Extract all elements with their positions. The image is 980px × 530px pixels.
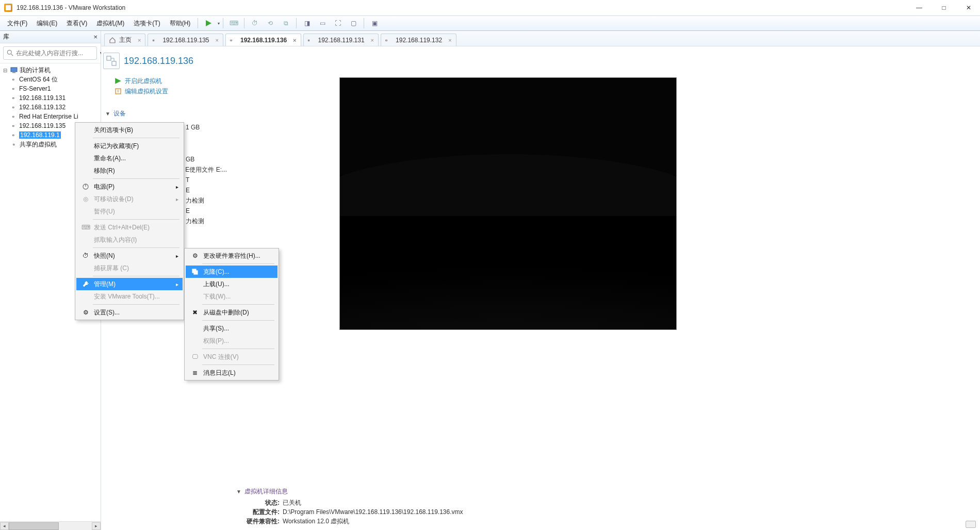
ctx-pause: 暂停(U) — [76, 205, 183, 218]
ctx-capture-screen: 捕获屏幕 (C) — [76, 262, 183, 274]
tab-home[interactable]: 主页 × — [104, 34, 145, 46]
search-input[interactable] — [16, 49, 93, 57]
ctx-mark-favorite[interactable]: 标记为收藏项(F) — [76, 140, 183, 152]
tab-strip: 主页 × ▫ 192.168.119.135 × ▫ 192.168.119.1… — [101, 31, 980, 46]
menu-view[interactable]: 查看(V) — [62, 17, 91, 30]
power-icon — [80, 182, 91, 191]
detail-state-value: 已关机 — [283, 499, 301, 507]
tree-item-vm[interactable]: ▫192.168.119.131 — [0, 93, 101, 103]
toolbar-snapshot-revert[interactable]: ⟲ — [263, 17, 277, 29]
separator — [364, 18, 364, 28]
log-icon: ≣ — [190, 368, 200, 377]
keyboard-icon: ⌨ — [80, 223, 91, 232]
delete-icon: ✖ — [190, 308, 200, 317]
ctx-send-cad: ⌨发送 Ctrl+Alt+Del(E) — [76, 221, 183, 234]
close-button[interactable]: ✕ — [963, 3, 974, 13]
svg-marker-9 — [115, 78, 121, 84]
sidebar-header: 库 × — [0, 31, 101, 43]
toolbar-view-console[interactable]: ▭ — [315, 17, 330, 29]
tab-vm[interactable]: ▫ 192.168.119.131 × — [303, 34, 379, 46]
ctx-delete-from-disk[interactable]: ✖从磁盘中删除(D) — [186, 306, 277, 319]
tab-vm[interactable]: ▫ 192.168.119.135 × — [148, 34, 223, 46]
toolbar-snapshot-take[interactable]: ⏱ — [248, 17, 262, 29]
vm-icon: ▫ — [9, 112, 18, 121]
collapse-icon[interactable] — [2, 142, 8, 147]
tree-item-vm[interactable]: ▫FS-Server1 — [0, 84, 101, 93]
separator — [93, 304, 179, 305]
svg-rect-3 — [11, 68, 17, 72]
power-on-link[interactable]: 开启此虚拟机 — [115, 76, 227, 86]
vm-details-section: ▼ 虚拟机详细信息 状态:已关机 配置文件:D:\Program Files\V… — [231, 483, 980, 530]
submenu-arrow-icon: ▸ — [176, 184, 178, 190]
scroll-track[interactable] — [9, 522, 92, 530]
tree-root-mycomputer[interactable]: ⊟ 我的计算机 — [0, 65, 101, 75]
ctx-close-tab[interactable]: 关闭选项卡(B) — [76, 124, 183, 136]
tab-close-icon[interactable]: × — [138, 37, 141, 43]
svg-marker-0 — [206, 20, 211, 26]
toolbar-view-split[interactable]: ◨ — [300, 17, 314, 29]
toolbar-view-unity[interactable]: ▢ — [346, 17, 361, 29]
toolbar-send-cad[interactable]: ⌨ — [226, 17, 241, 29]
details-header[interactable]: ▼ 虚拟机详细信息 — [236, 487, 976, 496]
vm-icon: ▫ — [9, 85, 18, 93]
separator — [202, 304, 274, 305]
ctx-permissions: 权限(P)... — [186, 335, 277, 347]
tab-close-icon[interactable]: × — [448, 37, 451, 43]
tab-close-icon[interactable]: × — [371, 37, 374, 43]
vm-icon: ▫ — [152, 37, 159, 44]
ctx-change-hw-compat[interactable]: ⚙更改硬件兼容性(H)... — [186, 250, 277, 262]
svg-line-2 — [11, 54, 13, 56]
detail-hw-label: 硬件兼容性: — [236, 517, 280, 526]
ctx-settings[interactable]: ⚙设置(S)... — [76, 306, 183, 319]
snapshot-icon: ⏱ — [80, 251, 91, 260]
collapse-arrow-icon: ▼ — [105, 111, 110, 117]
ctx-manage[interactable]: 管理(M)▸ — [76, 278, 183, 290]
menu-tabs[interactable]: 选项卡(T) — [129, 17, 164, 30]
vm-screenshot — [339, 77, 677, 330]
detail-config-value: D:\Program Files\VMware\192.168.119.136\… — [283, 508, 463, 516]
ctx-remove[interactable]: 移除(R) — [76, 164, 183, 177]
devices-section-header[interactable]: ▼ 设备 — [105, 109, 227, 119]
tab-vm[interactable]: ▫ 192.168.119.132 × — [381, 34, 456, 46]
menu-file[interactable]: 文件(F) — [3, 17, 31, 30]
sidebar-close-icon[interactable]: × — [93, 33, 97, 41]
tree-item-vm[interactable]: ▫192.168.119.132 — [0, 103, 101, 112]
search-box[interactable] — [3, 46, 97, 60]
ctx-snapshot[interactable]: ⏱快照(N)▸ — [76, 250, 183, 262]
ctx-power[interactable]: 电源(P)▸ — [76, 180, 183, 193]
tab-close-icon[interactable]: × — [293, 37, 296, 43]
vm-icon: ▫ — [308, 37, 315, 44]
collapse-icon[interactable]: ⊟ — [2, 68, 8, 73]
edit-settings-link[interactable]: 编辑虚拟机设置 — [115, 87, 227, 96]
separator — [223, 18, 223, 28]
separator — [93, 138, 179, 138]
power-on-button[interactable] — [201, 17, 216, 29]
ctx-rename[interactable]: 重命名(A)... — [76, 152, 183, 164]
ctx-upload[interactable]: 上载(U)... — [186, 278, 277, 290]
ctx-clone[interactable]: 克隆(C)... — [186, 266, 277, 278]
power-dropdown[interactable]: ▾ — [218, 21, 220, 26]
menu-edit[interactable]: 编辑(E) — [32, 17, 61, 30]
toolbar-view-stretch[interactable]: ⛶ — [331, 17, 345, 29]
toolbar-fullscreen[interactable]: ▣ — [367, 17, 382, 29]
tab-close-icon[interactable]: × — [216, 37, 219, 43]
search-icon — [7, 49, 14, 57]
scroll-right-icon[interactable]: ▸ — [92, 522, 101, 530]
vm-large-icon — [103, 53, 120, 69]
clone-icon — [190, 267, 200, 276]
scroll-thumb[interactable] — [9, 522, 59, 530]
menu-vm[interactable]: 虚拟机(M) — [92, 17, 128, 30]
maximize-button[interactable]: □ — [939, 3, 949, 13]
tree-item-vm[interactable]: ▫CentOS 64 位 — [0, 75, 101, 84]
ctx-message-log[interactable]: ≣消息日志(L) — [186, 367, 277, 379]
device-icon: ◎ — [80, 194, 91, 204]
sidebar-hscroll[interactable]: ◂ ▸ — [0, 521, 101, 530]
menu-help[interactable]: 帮助(H) — [166, 17, 195, 30]
toolbar-snapshot-manage[interactable]: ⧉ — [279, 17, 293, 29]
scroll-left-icon[interactable]: ◂ — [0, 522, 9, 530]
tree-item-vm[interactable]: ▫Red Hat Enterprise Li — [0, 112, 101, 121]
minimize-button[interactable]: — — [914, 3, 924, 13]
ctx-share[interactable]: 共享(S)... — [186, 322, 277, 335]
tab-vm-active[interactable]: ▫ 192.168.119.136 × — [225, 34, 301, 46]
svg-point-1 — [7, 50, 11, 54]
